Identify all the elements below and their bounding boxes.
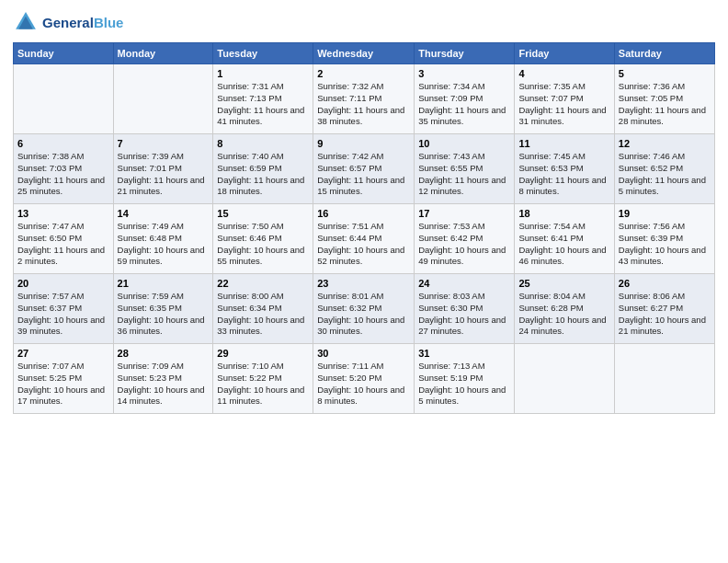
calendar-cell: 13Sunrise: 7:47 AMSunset: 6:50 PMDayligh… (14, 204, 114, 274)
day-info: Sunrise: 7:56 AMSunset: 6:39 PMDaylight:… (619, 221, 711, 268)
day-number: 22 (217, 278, 309, 289)
calendar-cell (614, 344, 714, 414)
weekday-header: Thursday (415, 43, 515, 64)
logo-icon (13, 9, 39, 35)
day-number: 27 (17, 348, 109, 359)
day-info: Sunrise: 7:07 AMSunset: 5:25 PMDaylight:… (17, 361, 109, 408)
calendar-cell (14, 64, 114, 134)
calendar-cell: 18Sunrise: 7:54 AMSunset: 6:41 PMDayligh… (515, 204, 614, 274)
day-number: 24 (418, 278, 510, 289)
day-number: 10 (418, 138, 510, 149)
day-info: Sunrise: 7:47 AMSunset: 6:50 PMDaylight:… (17, 221, 109, 268)
day-number: 28 (118, 348, 210, 359)
day-info: Sunrise: 8:04 AMSunset: 6:28 PMDaylight:… (518, 291, 609, 338)
day-number: 2 (317, 68, 410, 79)
calendar-cell: 24Sunrise: 8:03 AMSunset: 6:30 PMDayligh… (415, 274, 515, 344)
day-number: 21 (118, 278, 210, 289)
day-number: 6 (17, 138, 109, 149)
calendar-cell: 26Sunrise: 8:06 AMSunset: 6:27 PMDayligh… (614, 274, 714, 344)
day-number: 30 (317, 348, 410, 359)
logo: GeneralBlue (13, 9, 123, 35)
calendar-row: 13Sunrise: 7:47 AMSunset: 6:50 PMDayligh… (14, 204, 715, 274)
day-info: Sunrise: 7:31 AMSunset: 7:13 PMDaylight:… (217, 81, 309, 128)
day-number: 7 (118, 138, 210, 149)
logo-text: GeneralBlue (42, 15, 123, 30)
calendar-cell: 4Sunrise: 7:35 AMSunset: 7:07 PMDaylight… (515, 64, 614, 134)
day-info: Sunrise: 8:06 AMSunset: 6:27 PMDaylight:… (619, 291, 711, 338)
calendar-cell: 20Sunrise: 7:57 AMSunset: 6:37 PMDayligh… (14, 274, 114, 344)
day-info: Sunrise: 7:45 AMSunset: 6:53 PMDaylight:… (518, 151, 609, 198)
calendar-cell: 21Sunrise: 7:59 AMSunset: 6:35 PMDayligh… (113, 274, 213, 344)
calendar-row: 27Sunrise: 7:07 AMSunset: 5:25 PMDayligh… (14, 344, 715, 414)
day-number: 11 (518, 138, 609, 149)
day-info: Sunrise: 7:36 AMSunset: 7:05 PMDaylight:… (619, 81, 711, 128)
day-number: 18 (518, 208, 609, 219)
day-number: 15 (217, 208, 309, 219)
day-number: 23 (317, 278, 410, 289)
calendar-cell: 28Sunrise: 7:09 AMSunset: 5:23 PMDayligh… (113, 344, 213, 414)
calendar-cell: 7Sunrise: 7:39 AMSunset: 7:01 PMDaylight… (113, 134, 213, 204)
day-info: Sunrise: 7:35 AMSunset: 7:07 PMDaylight:… (518, 81, 609, 128)
calendar-row: 1Sunrise: 7:31 AMSunset: 7:13 PMDaylight… (14, 64, 715, 134)
calendar-cell: 11Sunrise: 7:45 AMSunset: 6:53 PMDayligh… (515, 134, 614, 204)
calendar-cell: 25Sunrise: 8:04 AMSunset: 6:28 PMDayligh… (515, 274, 614, 344)
calendar-row: 20Sunrise: 7:57 AMSunset: 6:37 PMDayligh… (14, 274, 715, 344)
calendar-cell: 10Sunrise: 7:43 AMSunset: 6:55 PMDayligh… (415, 134, 515, 204)
day-info: Sunrise: 7:54 AMSunset: 6:41 PMDaylight:… (518, 221, 609, 268)
calendar-cell: 2Sunrise: 7:32 AMSunset: 7:11 PMDaylight… (313, 64, 415, 134)
weekday-header: Tuesday (213, 43, 313, 64)
day-number: 14 (118, 208, 210, 219)
header: GeneralBlue (13, 9, 715, 35)
calendar-row: 6Sunrise: 7:38 AMSunset: 7:03 PMDaylight… (14, 134, 715, 204)
calendar-cell: 12Sunrise: 7:46 AMSunset: 6:52 PMDayligh… (614, 134, 714, 204)
day-info: Sunrise: 7:32 AMSunset: 7:11 PMDaylight:… (317, 81, 410, 128)
calendar-cell: 14Sunrise: 7:49 AMSunset: 6:48 PMDayligh… (113, 204, 213, 274)
day-number: 8 (217, 138, 309, 149)
day-number: 5 (619, 68, 711, 79)
weekday-header: Monday (113, 43, 213, 64)
day-info: Sunrise: 7:38 AMSunset: 7:03 PMDaylight:… (17, 151, 109, 198)
calendar-cell: 22Sunrise: 8:00 AMSunset: 6:34 PMDayligh… (213, 274, 313, 344)
day-number: 31 (418, 348, 510, 359)
day-info: Sunrise: 7:39 AMSunset: 7:01 PMDaylight:… (118, 151, 210, 198)
calendar-cell: 8Sunrise: 7:40 AMSunset: 6:59 PMDaylight… (213, 134, 313, 204)
day-info: Sunrise: 8:00 AMSunset: 6:34 PMDaylight:… (217, 291, 309, 338)
day-info: Sunrise: 7:40 AMSunset: 6:59 PMDaylight:… (217, 151, 309, 198)
weekday-header: Sunday (14, 43, 114, 64)
day-info: Sunrise: 7:50 AMSunset: 6:46 PMDaylight:… (217, 221, 309, 268)
day-number: 3 (418, 68, 510, 79)
calendar-cell: 17Sunrise: 7:53 AMSunset: 6:42 PMDayligh… (415, 204, 515, 274)
day-info: Sunrise: 7:34 AMSunset: 7:09 PMDaylight:… (418, 81, 510, 128)
weekday-header: Wednesday (313, 43, 415, 64)
day-number: 17 (418, 208, 510, 219)
day-info: Sunrise: 7:53 AMSunset: 6:42 PMDaylight:… (418, 221, 510, 268)
calendar-table: SundayMondayTuesdayWednesdayThursdayFrid… (13, 42, 715, 414)
header-row: SundayMondayTuesdayWednesdayThursdayFrid… (14, 43, 715, 64)
day-info: Sunrise: 7:43 AMSunset: 6:55 PMDaylight:… (418, 151, 510, 198)
day-info: Sunrise: 7:09 AMSunset: 5:23 PMDaylight:… (118, 361, 210, 408)
day-number: 29 (217, 348, 309, 359)
day-number: 4 (518, 68, 609, 79)
day-info: Sunrise: 7:57 AMSunset: 6:37 PMDaylight:… (17, 291, 109, 338)
calendar-cell: 31Sunrise: 7:13 AMSunset: 5:19 PMDayligh… (415, 344, 515, 414)
calendar-cell: 1Sunrise: 7:31 AMSunset: 7:13 PMDaylight… (213, 64, 313, 134)
calendar-cell (515, 344, 614, 414)
calendar-cell: 27Sunrise: 7:07 AMSunset: 5:25 PMDayligh… (14, 344, 114, 414)
day-info: Sunrise: 7:51 AMSunset: 6:44 PMDaylight:… (317, 221, 410, 268)
day-number: 9 (317, 138, 410, 149)
day-number: 13 (17, 208, 109, 219)
calendar-cell: 15Sunrise: 7:50 AMSunset: 6:46 PMDayligh… (213, 204, 313, 274)
calendar-cell: 30Sunrise: 7:11 AMSunset: 5:20 PMDayligh… (313, 344, 415, 414)
day-number: 26 (619, 278, 711, 289)
day-info: Sunrise: 8:03 AMSunset: 6:30 PMDaylight:… (418, 291, 510, 338)
calendar-cell: 6Sunrise: 7:38 AMSunset: 7:03 PMDaylight… (14, 134, 114, 204)
calendar-cell: 16Sunrise: 7:51 AMSunset: 6:44 PMDayligh… (313, 204, 415, 274)
day-number: 1 (217, 68, 309, 79)
calendar-cell (113, 64, 213, 134)
calendar-cell: 5Sunrise: 7:36 AMSunset: 7:05 PMDaylight… (614, 64, 714, 134)
day-info: Sunrise: 7:46 AMSunset: 6:52 PMDaylight:… (619, 151, 711, 198)
day-info: Sunrise: 7:13 AMSunset: 5:19 PMDaylight:… (418, 361, 510, 408)
day-number: 25 (518, 278, 609, 289)
calendar-cell: 23Sunrise: 8:01 AMSunset: 6:32 PMDayligh… (313, 274, 415, 344)
weekday-header: Friday (515, 43, 614, 64)
